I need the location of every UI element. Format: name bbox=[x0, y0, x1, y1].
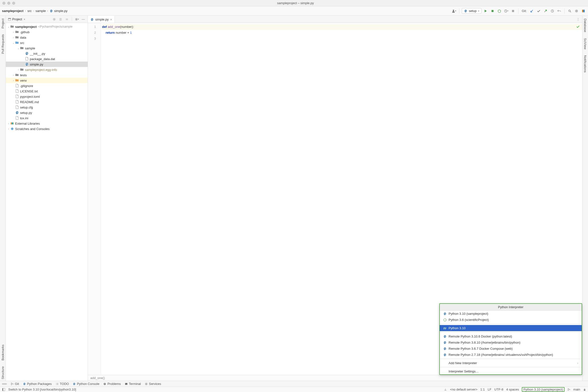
tree-item[interactable]: ›tests bbox=[6, 72, 88, 78]
python-icon bbox=[443, 326, 447, 330]
breadcrumb-item[interactable]: src bbox=[27, 9, 31, 13]
vcs-history-button[interactable] bbox=[550, 8, 555, 14]
tree-item-venv[interactable]: ›venv bbox=[6, 78, 88, 83]
interpreter-option[interactable]: Remote Python 2.7.18 (/home/jetbrains/.v… bbox=[440, 352, 582, 358]
notifications-tool-button[interactable]: Notifications bbox=[583, 54, 587, 74]
todo-tool-button[interactable]: TODO bbox=[56, 382, 69, 386]
navigation-bar: sampleproject src sample simple.py ▾ set… bbox=[0, 6, 588, 16]
coverage-button[interactable] bbox=[497, 8, 502, 14]
panel-settings-button[interactable]: ▾ bbox=[74, 17, 79, 22]
tree-item[interactable]: setup.cfg bbox=[6, 104, 88, 110]
tree-item[interactable]: ›External Libraries bbox=[6, 121, 88, 126]
interpreter-option[interactable]: Remote Python 3.6.7 Docker Compose (web) bbox=[440, 346, 582, 352]
scrollbar-handle[interactable] bbox=[2, 383, 7, 385]
svg-point-19 bbox=[11, 128, 13, 130]
collapse-all-button[interactable] bbox=[64, 17, 69, 22]
vcs-rollback-button[interactable] bbox=[557, 8, 562, 14]
python-console-tool-button[interactable]: Python Console bbox=[73, 382, 99, 386]
services-tool-button[interactable]: Services bbox=[145, 382, 161, 386]
vcs-commit-button[interactable] bbox=[536, 8, 541, 14]
editor-tabs-more-button[interactable]: ⋮ bbox=[574, 17, 582, 21]
ide-settings-button[interactable] bbox=[574, 8, 579, 14]
editor-tab[interactable]: simple.py × bbox=[88, 16, 115, 23]
tree-item[interactable]: __init__.py bbox=[6, 51, 88, 56]
inspection-ok-icon[interactable] bbox=[576, 25, 580, 28]
chevron-down-icon[interactable]: ▾ bbox=[24, 18, 25, 20]
interpreter-option[interactable]: Python 3.10 (sampleproject) bbox=[440, 310, 582, 317]
interpreter-settings-button[interactable]: Interpreter Settings… bbox=[440, 368, 582, 374]
interpreter-option[interactable]: Python 3.6 (scientificProject) bbox=[440, 317, 582, 323]
interpreter-option[interactable]: Remote Python 3.10.6 Docker (python:late… bbox=[440, 333, 582, 340]
tool-windows-button[interactable] bbox=[2, 388, 5, 391]
terminal-tool-button[interactable]: Terminal bbox=[125, 382, 141, 386]
database-tool-button[interactable]: Database bbox=[583, 17, 587, 34]
interpreter-selector[interactable]: Python 3.10 (sampleproject) bbox=[522, 387, 565, 392]
python-packages-tool-button[interactable]: Python Packages bbox=[23, 382, 52, 386]
tree-item[interactable]: ⌄sample bbox=[6, 46, 88, 51]
structure-tool-button[interactable]: Structure bbox=[1, 365, 5, 381]
cursor-position[interactable]: 1:1 bbox=[480, 388, 485, 391]
debug-button[interactable] bbox=[490, 8, 495, 14]
interpreter-option-selected[interactable]: Python 3.10 bbox=[440, 325, 582, 331]
breadcrumb-item[interactable]: sampleproject bbox=[2, 9, 23, 13]
close-window-button[interactable] bbox=[2, 2, 5, 5]
hide-panel-button[interactable]: — bbox=[81, 17, 86, 22]
run-configuration-selector[interactable]: setup ▾ bbox=[462, 8, 482, 14]
search-everywhere-button[interactable] bbox=[567, 8, 572, 14]
run-button[interactable] bbox=[483, 8, 488, 14]
tree-item[interactable]: ›Scratches and Consoles bbox=[6, 126, 88, 132]
zoom-window-button[interactable] bbox=[12, 2, 15, 5]
bookmarks-tool-button[interactable]: Bookmarks bbox=[1, 343, 5, 362]
python-icon bbox=[443, 335, 447, 338]
git-tool-button[interactable]: Git bbox=[11, 382, 19, 386]
tree-item[interactable]: tox.ini bbox=[6, 115, 88, 121]
vcs-update-button[interactable] bbox=[529, 8, 535, 14]
interpreter-option[interactable]: Remote Python 3.8.10 (/home/jetbrains/bi… bbox=[440, 340, 582, 346]
deployment-icon[interactable] bbox=[444, 388, 447, 391]
tree-item[interactable]: ›data bbox=[6, 35, 88, 40]
breadcrumb: sampleproject src sample simple.py bbox=[2, 9, 450, 13]
tree-item[interactable]: .gitignore bbox=[6, 83, 88, 88]
project-tool-button[interactable]: Project bbox=[1, 17, 5, 30]
breadcrumb-item[interactable]: sample bbox=[36, 9, 46, 13]
jetbrains-button[interactable] bbox=[581, 8, 586, 14]
tree-item[interactable]: package_data.dat bbox=[6, 56, 88, 62]
close-tab-button[interactable]: × bbox=[110, 18, 112, 22]
sciview-tool-button[interactable]: SciView bbox=[583, 37, 587, 51]
editor-gutter[interactable]: 1 2 3 bbox=[88, 23, 101, 375]
encoding-selector[interactable]: UTF-8 bbox=[494, 388, 503, 391]
expand-all-button[interactable] bbox=[58, 17, 63, 22]
minimize-window-button[interactable] bbox=[7, 2, 10, 5]
tree-item[interactable]: pyproject.toml bbox=[6, 94, 88, 99]
line-separator-selector[interactable]: LF bbox=[488, 388, 491, 391]
project-tree[interactable]: ⌄sampleproject ~/PycharmProjects/sample … bbox=[6, 23, 88, 381]
tree-item-selected[interactable]: simple.py bbox=[6, 62, 88, 67]
add-interpreter-button[interactable]: Add New Interpreter› bbox=[440, 360, 582, 366]
lock-icon[interactable] bbox=[583, 388, 586, 391]
editor-tab-label: simple.py bbox=[95, 18, 109, 21]
tree-item[interactable]: LICENSE.txt bbox=[6, 88, 88, 94]
tree-item-root[interactable]: ⌄sampleproject ~/PycharmProjects/sample bbox=[6, 24, 88, 29]
profile-button[interactable]: ▾ bbox=[504, 8, 509, 14]
git-branch-selector[interactable]: main bbox=[573, 388, 580, 391]
editor-area: simple.py × ⋮ 1 2 3 def add_one(number):… bbox=[88, 16, 582, 381]
tree-item[interactable]: setup.py bbox=[6, 110, 88, 115]
tree-item[interactable]: ⌄src bbox=[6, 40, 88, 46]
python-icon bbox=[443, 353, 447, 356]
tree-item[interactable]: README.md bbox=[6, 99, 88, 104]
tree-item[interactable]: ›.github bbox=[6, 29, 88, 35]
pull-requests-tool-button[interactable]: Pull Requests bbox=[1, 33, 5, 55]
deployment-server-selector[interactable]: <no default server> bbox=[450, 388, 477, 391]
status-bar: Switch to Python 3.10 [/usr/local/bin/py… bbox=[0, 386, 588, 392]
editor-breadcrumbs[interactable]: add_one() bbox=[88, 375, 582, 381]
user-button[interactable]: ▾ bbox=[451, 8, 457, 14]
indent-selector[interactable]: 4 spaces bbox=[506, 388, 519, 391]
svg-rect-13 bbox=[8, 18, 11, 19]
vcs-push-button[interactable] bbox=[543, 8, 548, 14]
problems-tool-button[interactable]: !Problems bbox=[103, 382, 121, 386]
project-panel: Project ▾ ▾ — ⌄sampleproject ~/PycharmPr… bbox=[6, 16, 88, 381]
stop-button[interactable] bbox=[510, 8, 516, 14]
breadcrumb-item[interactable]: simple.py bbox=[54, 9, 67, 13]
select-opened-file-button[interactable] bbox=[52, 17, 57, 22]
tree-item[interactable]: ›sampleproject.egg-info bbox=[6, 67, 88, 72]
